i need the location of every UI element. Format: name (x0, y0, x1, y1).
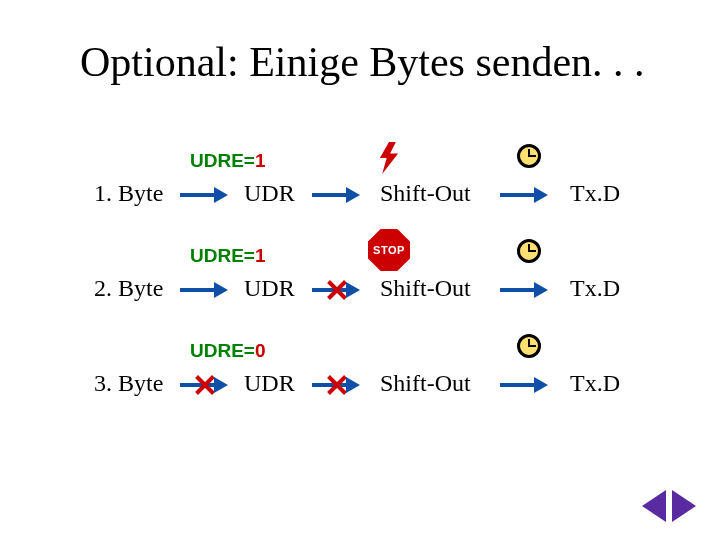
udre-label-3: UDRE=0 (190, 340, 266, 362)
arrow-icon (180, 285, 230, 295)
arrow-icon (180, 190, 230, 200)
stage-udr: UDR (244, 275, 295, 302)
udre-label-2: UDRE=1 (190, 245, 266, 267)
arrow-blocked-icon (312, 285, 362, 295)
stop-sign-icon: STOP (368, 229, 410, 271)
slide-title: Optional: Einige Bytes senden. . . (80, 38, 645, 86)
udre-label-1: UDRE=1 (190, 150, 266, 172)
row-1: UDRE=1 1. Byte UDR Shift-Out Tx.D (100, 150, 680, 240)
stage-shiftout: Shift-Out (380, 370, 471, 397)
clock-icon (517, 239, 541, 263)
stage-udr: UDR (244, 370, 295, 397)
stage-byte: 2. Byte (94, 275, 163, 302)
stage-byte: 3. Byte (94, 370, 163, 397)
stage-byte: 1. Byte (94, 180, 163, 207)
x-icon (326, 375, 346, 395)
arrow-icon (500, 380, 550, 390)
arrow-blocked-icon (312, 380, 362, 390)
svg-marker-0 (380, 142, 398, 174)
row-3: UDRE=0 3. Byte UDR Shift-Out Tx.D (100, 340, 680, 430)
arrow-icon (500, 285, 550, 295)
stage-shiftout: Shift-Out (380, 275, 471, 302)
stage-udr: UDR (244, 180, 295, 207)
x-icon (194, 375, 214, 395)
row-2: UDRE=1 STOP 2. Byte UDR Shift-Out Tx.D (100, 245, 680, 335)
arrow-blocked-icon (180, 380, 230, 390)
clock-icon (517, 144, 541, 168)
stage-txd: Tx.D (570, 180, 620, 207)
nav-controls (642, 490, 696, 522)
lightning-icon (375, 142, 403, 174)
clock-icon (517, 334, 541, 358)
stage-shiftout: Shift-Out (380, 180, 471, 207)
next-slide-button[interactable] (672, 490, 696, 522)
prev-slide-button[interactable] (642, 490, 666, 522)
x-icon (326, 280, 346, 300)
arrow-icon (500, 190, 550, 200)
arrow-icon (312, 190, 362, 200)
stage-txd: Tx.D (570, 275, 620, 302)
stage-txd: Tx.D (570, 370, 620, 397)
